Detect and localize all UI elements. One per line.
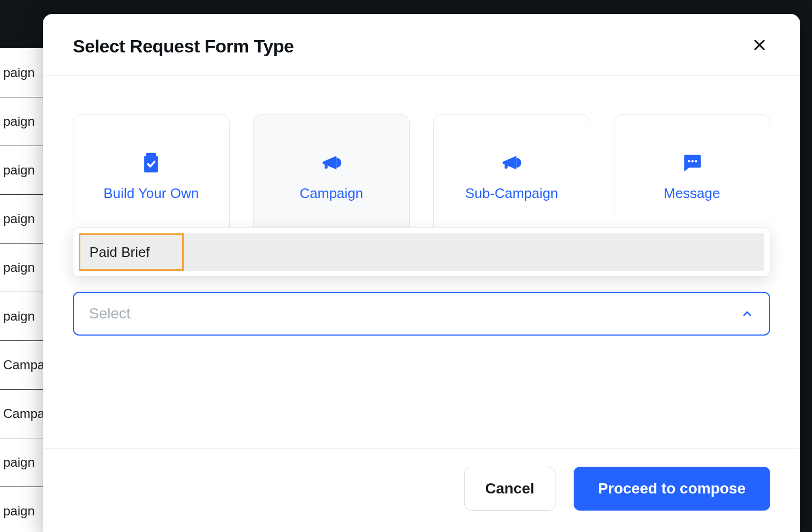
close-icon [752,37,767,55]
select-placeholder: Select [89,305,131,322]
modal-body: Build Your Own Campaign [43,75,800,448]
bg-list-item: Campaign [0,389,43,438]
clipboard-check-icon [139,151,163,174]
megaphone-icon [500,151,523,174]
close-button[interactable] [749,35,770,57]
form-subtype-dropdown-panel: Paid Brief [73,227,770,277]
modal-title: Select Request Form Type [73,36,294,57]
option-sub-campaign[interactable]: Sub-Campaign [433,114,590,238]
dropdown-option-paid-brief[interactable]: Paid Brief [79,233,764,271]
proceed-to-compose-button[interactable]: Proceed to compose [574,467,770,511]
svg-rect-5 [505,163,508,168]
option-label: Campaign [299,185,363,202]
modal-header: Select Request Form Type [43,14,800,75]
background-campaign-list: paign paign paign paign paign paign Camp… [0,48,43,532]
megaphone-icon [320,151,343,174]
bg-list-item: paign [0,487,43,532]
option-campaign[interactable]: Campaign [253,114,410,238]
bg-list-item: paign [0,97,43,146]
dropdown-option-label: Paid Brief [89,244,150,261]
modal-footer: Cancel Proceed to compose [43,448,800,532]
bg-list-item: Campaign [0,340,43,389]
option-label: Sub-Campaign [465,185,558,202]
bg-list-item: paign [0,438,43,487]
chevron-up-icon [740,307,754,321]
option-label: Message [664,185,720,202]
select-request-form-type-modal: Select Request Form Type B [43,14,800,532]
svg-point-6 [688,160,690,162]
option-label: Build Your Own [103,185,199,202]
bg-list-item: paign [0,48,43,97]
option-message[interactable]: Message [614,114,771,238]
bg-list-item: paign [0,146,43,194]
bg-list-item: paign [0,243,43,292]
bg-list-item: paign [0,194,43,243]
form-type-options: Build Your Own Campaign [73,114,770,238]
svg-rect-4 [325,163,328,168]
bg-list-item: paign [0,292,43,340]
svg-point-7 [691,160,693,162]
chat-icon [680,151,704,174]
cancel-button[interactable]: Cancel [464,467,555,511]
option-build-your-own[interactable]: Build Your Own [73,114,230,238]
svg-point-8 [695,160,697,162]
form-subtype-select[interactable]: Select [73,292,770,336]
